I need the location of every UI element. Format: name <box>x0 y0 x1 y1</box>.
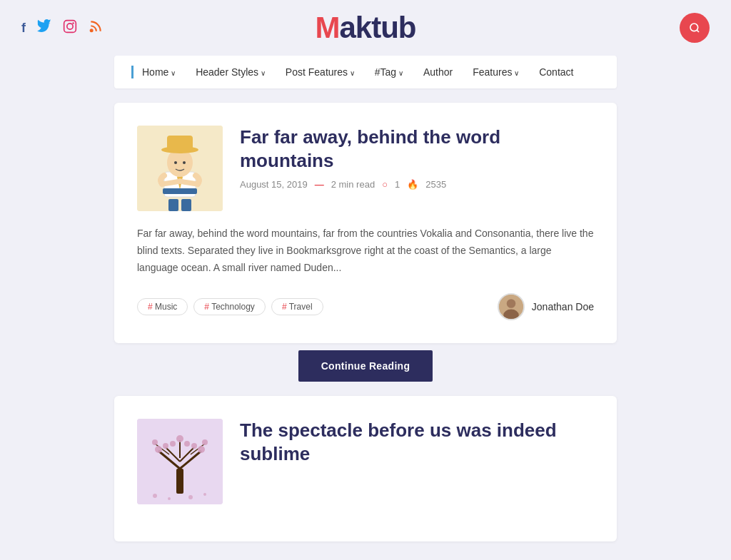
svg-rect-21 <box>176 469 183 494</box>
post-meta-block-2: The spectacle before us was indeed subli… <box>240 419 594 472</box>
site-title: Maktub <box>315 11 415 45</box>
svg-point-37 <box>184 441 190 447</box>
nav-item-post-features[interactable]: Post Features <box>286 66 355 78</box>
svg-point-40 <box>188 495 193 499</box>
post-comments-1: 1 <box>395 179 400 190</box>
nav-wrapper: Home Header Styles Post Features #Tag Au… <box>114 56 617 88</box>
twitter-link[interactable] <box>37 19 51 37</box>
post-footer-1: Music Technology Travel Jonathan Doe <box>137 293 594 320</box>
svg-point-31 <box>163 443 168 449</box>
post-thumbnail-2 <box>137 419 223 504</box>
tag-music[interactable]: Music <box>137 298 188 315</box>
svg-point-13 <box>174 161 177 164</box>
svg-point-14 <box>183 161 186 164</box>
main-content: Far far away, behind the word mountains … <box>114 103 617 541</box>
svg-point-32 <box>191 443 197 449</box>
svg-rect-16 <box>181 199 191 211</box>
post-title-2: The spectacle before us was indeed subli… <box>240 419 594 465</box>
author-avatar-1 <box>498 293 525 320</box>
svg-point-35 <box>176 435 183 442</box>
svg-rect-12 <box>167 136 193 151</box>
facebook-link[interactable]: f <box>21 21 26 36</box>
svg-point-29 <box>155 446 162 453</box>
post-header-1: Far far away, behind the word mountains … <box>137 126 594 211</box>
nav-item-contact[interactable]: Contact <box>539 66 573 78</box>
post-card-1: Far far away, behind the word mountains … <box>114 103 617 343</box>
svg-point-18 <box>507 300 516 309</box>
svg-rect-9 <box>163 188 197 194</box>
post-card-2: The spectacle before us was indeed subli… <box>114 396 617 541</box>
svg-point-2 <box>72 22 74 24</box>
site-title-m: M <box>315 11 339 44</box>
svg-line-5 <box>697 30 699 32</box>
svg-point-39 <box>168 497 171 500</box>
post-thumbnail-1 <box>137 126 223 211</box>
svg-point-3 <box>90 29 94 32</box>
svg-point-41 <box>203 493 206 496</box>
post-read-time-1: 2 min read <box>331 179 375 190</box>
nav-item-tag[interactable]: #Tag <box>375 66 403 78</box>
continue-reading-button[interactable]: Continue Reading <box>298 350 433 382</box>
social-icons: f <box>21 19 103 37</box>
nav-item-header-styles[interactable]: Header Styles <box>196 66 266 78</box>
post-title-1: Far far away, behind the word mountains <box>240 126 594 172</box>
post-date-1: August 15, 2019 <box>240 179 308 190</box>
search-button[interactable] <box>680 13 710 43</box>
nav-item-features[interactable]: Features <box>473 66 519 78</box>
post-header-2: The spectacle before us was indeed subli… <box>137 419 594 504</box>
svg-point-34 <box>202 439 208 445</box>
continue-reading-wrapper: Continue Reading <box>114 350 617 382</box>
svg-point-33 <box>152 439 158 445</box>
tag-travel[interactable]: Travel <box>271 298 323 315</box>
post-excerpt-1: Far far away, behind the word mountains,… <box>137 225 594 276</box>
svg-point-1 <box>67 24 73 29</box>
post-meta-1: August 15, 2019 — 2 min read ○ 1 🔥 2535 <box>240 179 594 190</box>
svg-point-4 <box>690 24 698 31</box>
svg-rect-0 <box>64 21 76 33</box>
tag-technology[interactable]: Technology <box>193 298 266 315</box>
nav-item-home[interactable]: Home <box>142 66 176 78</box>
svg-rect-15 <box>168 199 178 211</box>
post-dash-1: — <box>315 179 324 190</box>
author-name-1: Jonathan Doe <box>532 301 594 312</box>
post-meta-block-1: Far far away, behind the word mountains … <box>240 126 594 190</box>
author-info-1: Jonathan Doe <box>498 293 594 320</box>
svg-point-38 <box>153 494 157 498</box>
nav-item-author[interactable]: Author <box>423 66 453 78</box>
svg-point-30 <box>198 446 205 453</box>
fire-icon-1: 🔥 <box>407 179 418 190</box>
post-tags-1: Music Technology Travel <box>137 298 323 315</box>
header: f Maktub <box>0 0 731 56</box>
svg-point-36 <box>170 441 176 447</box>
comment-icon-1: ○ <box>382 179 388 190</box>
post-views-1: 2535 <box>425 179 446 190</box>
main-nav: Home Header Styles Post Features #Tag Au… <box>131 66 600 78</box>
instagram-link[interactable] <box>63 19 77 36</box>
rss-link[interactable] <box>89 19 103 37</box>
